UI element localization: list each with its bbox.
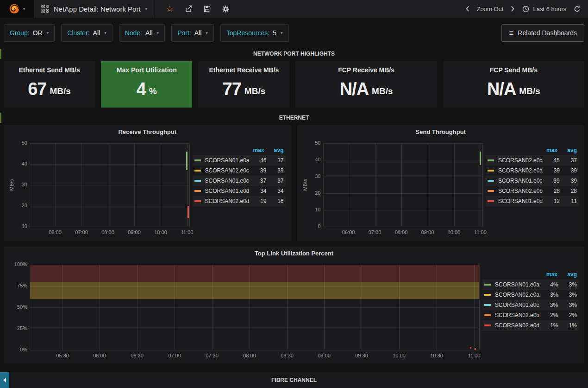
legend-row[interactable]: SCORSAN01.e0d1211 xyxy=(486,196,579,206)
legend-series-name[interactable]: SCORSAN02.e0c xyxy=(205,167,249,174)
grafana-menu-button[interactable]: ▾ xyxy=(0,0,33,18)
legend-row[interactable]: SCORSAN02.e0d1%1% xyxy=(482,320,579,331)
variable-group[interactable]: Group: OR ▾ xyxy=(4,24,55,42)
time-forward-chevron-icon[interactable] xyxy=(511,6,515,12)
legend-sort-max[interactable]: max xyxy=(538,147,557,153)
panel-fcp-receive: FCP Receive MB/s N/A MB/s xyxy=(295,61,437,108)
legend-sort-avg[interactable]: avg xyxy=(264,147,284,153)
related-dashboards-button[interactable]: ≡ Related Dashboards xyxy=(501,24,584,42)
x-tick-label: 07:00 xyxy=(163,353,187,358)
panel-title[interactable]: Top Link Utilization Percent xyxy=(7,250,581,259)
y-tick-label: 10 xyxy=(306,207,321,213)
gridline xyxy=(324,177,483,177)
settings-gear-icon[interactable] xyxy=(222,6,229,13)
legend-series-name[interactable]: SCORSAN02.e0c xyxy=(498,157,542,164)
row-header-ethernet[interactable]: ETHERNET xyxy=(0,112,588,123)
legend-row[interactable]: SCORSAN02.e0a3%3% xyxy=(482,290,579,300)
y-tick-label: 40 xyxy=(13,161,27,167)
gridline xyxy=(137,265,138,350)
gridline xyxy=(401,143,402,227)
legend-row[interactable]: SCORSAN02.e0d1916 xyxy=(193,196,286,206)
gridline xyxy=(428,143,428,227)
zoom-out-button[interactable]: Zoom Out xyxy=(477,6,504,13)
time-range-label: Last 6 hours xyxy=(533,6,566,13)
row-header-fibre-channel[interactable]: FIBRE CHANNEL xyxy=(0,372,588,388)
legend-series-name[interactable]: SCORSAN02.e0b xyxy=(495,312,539,318)
plot-area[interactable]: MB/s 102030405006:0007:0008:0009:0010:00… xyxy=(30,143,190,227)
legend-avg-value: 2% xyxy=(558,312,577,318)
x-tick-label: 06:00 xyxy=(43,229,67,235)
time-back-chevron-icon[interactable] xyxy=(465,6,469,12)
share-icon[interactable] xyxy=(185,5,192,13)
refresh-icon[interactable] xyxy=(574,6,581,13)
legend-avg-value: 3% xyxy=(558,292,577,298)
legend-series-name[interactable]: SCORSAN01.e0c xyxy=(205,178,249,184)
variable-cluster[interactable]: Cluster: All ▾ xyxy=(61,24,112,42)
chevron-down-icon: ▾ xyxy=(281,31,283,35)
gridline xyxy=(324,210,483,210)
legend-sort-max[interactable]: max xyxy=(245,147,264,153)
legend-row[interactable]: SCORSAN02.e0b2828 xyxy=(486,186,579,196)
panel-title[interactable]: Send Throughput xyxy=(301,128,581,138)
legend-row[interactable]: SCORSAN02.e0c3939 xyxy=(193,165,286,176)
variable-port[interactable]: Port: All ▾ xyxy=(171,24,214,42)
legend-swatch xyxy=(194,200,201,202)
gridline xyxy=(250,265,250,350)
dashboard-dropdown-caret: ▾ xyxy=(145,7,148,11)
legend-series-name[interactable]: SCORSAN01.e0d xyxy=(205,188,250,194)
legend-series-name[interactable]: SCORSAN02.e0a xyxy=(498,167,543,174)
legend-sort-avg[interactable]: avg xyxy=(557,147,577,153)
legend-max-value: 34 xyxy=(250,188,267,194)
x-tick-label: 07:00 xyxy=(363,229,387,235)
plot-area[interactable]: 0%25%50%75%100%05:3006:0006:3007:0007:30… xyxy=(30,265,480,350)
gridline xyxy=(134,143,135,227)
legend-row[interactable]: SCORSAN01.e0c3%3% xyxy=(482,300,579,310)
variable-topresources[interactable]: TopResources: 5 ▾ xyxy=(220,24,289,42)
triangle-left-icon xyxy=(3,378,6,382)
star-icon[interactable]: ☆ xyxy=(166,5,173,13)
legend-row[interactable]: SCORSAN02.e0b2%2% xyxy=(482,310,579,320)
dashboard-title-button[interactable]: NetApp Detail: Network Port ▾ xyxy=(33,0,155,18)
legend-row[interactable]: SCORSAN01.e0c3737 xyxy=(193,176,286,186)
legend-series-name[interactable]: SCORSAN01.e0c xyxy=(498,178,542,184)
legend-sort-max[interactable]: max xyxy=(538,271,557,278)
plot-area[interactable]: MB/s 0102030405006:0007:0008:0009:0010:0… xyxy=(323,143,483,227)
y-tick-label: 50 xyxy=(13,140,27,146)
legend-sort-avg[interactable]: avg xyxy=(557,271,577,278)
legend-max-value: 39 xyxy=(542,178,559,184)
variable-label: Cluster: xyxy=(67,29,89,37)
legend-swatch xyxy=(488,180,494,182)
legend-row[interactable]: SCORSAN01.e0c3939 xyxy=(486,176,579,186)
sidebar-toggle-button[interactable] xyxy=(0,372,9,388)
x-tick-label: 06:00 xyxy=(337,229,361,235)
panel-ethernet-send: Ethernet Send MB/s 67 MB/s xyxy=(4,61,95,108)
legend-row[interactable]: SCORSAN02.e0a3939 xyxy=(486,165,579,176)
legend-swatch xyxy=(194,159,201,161)
variable-node[interactable]: Node: All ▾ xyxy=(119,24,165,42)
save-icon[interactable] xyxy=(204,6,211,13)
legend-series-name[interactable]: SCORSAN01.e0c xyxy=(495,302,539,308)
legend-series-name[interactable]: SCORSAN01.e0a xyxy=(205,157,250,164)
panel-title[interactable]: Receive Throughput xyxy=(7,128,288,138)
legend-series-name[interactable]: SCORSAN02.e0d xyxy=(205,198,250,204)
stat-unit: MB/s xyxy=(50,83,71,96)
legend-row[interactable]: SCORSAN01.e0a4637 xyxy=(193,155,286,165)
legend-series-name[interactable]: SCORSAN02.e0b xyxy=(498,188,543,194)
x-tick-label: 11:00 xyxy=(175,229,199,235)
legend-series-name[interactable]: SCORSAN02.e0a xyxy=(495,292,539,298)
stat-unit: MB/s xyxy=(519,83,540,96)
legend-row[interactable]: SCORSAN01.e0d3434 xyxy=(193,186,286,196)
legend-row[interactable]: SCORSAN02.e0c4537 xyxy=(486,155,579,165)
panel-fcp-send: FCP Send MB/s N/A MB/s xyxy=(443,61,584,108)
legend-series-name[interactable]: SCORSAN01.e0d xyxy=(498,198,543,204)
legend-series-name[interactable]: SCORSAN01.e0a xyxy=(495,281,539,288)
y-tick-label: 30 xyxy=(13,182,27,188)
legend-series-name[interactable]: SCORSAN02.e0d xyxy=(495,322,539,329)
legend-row[interactable]: SCORSAN01.e0a4%3% xyxy=(482,280,579,290)
time-range-picker[interactable]: Last 6 hours xyxy=(522,6,566,13)
row-header-network-port-highlights[interactable]: NETWORK PORT HIGHLIGHTS xyxy=(0,48,588,59)
legend-max-value: 12 xyxy=(543,198,560,204)
gridline xyxy=(437,265,437,350)
x-tick-label: 08:00 xyxy=(238,353,262,358)
gridline xyxy=(63,265,63,350)
